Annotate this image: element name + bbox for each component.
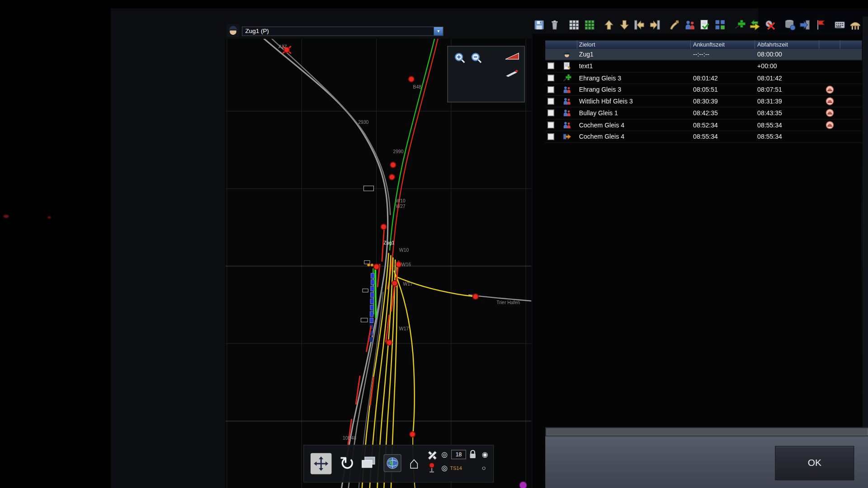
lock-icon[interactable]	[469, 449, 476, 459]
header-zielort: Zielort	[577, 40, 691, 48]
row-checkbox[interactable]	[547, 75, 554, 81]
map-label: A2Z	[278, 44, 288, 49]
zoom-level-field[interactable]: 18	[451, 450, 466, 460]
map-label: Zug1	[384, 240, 395, 245]
table-row[interactable]: Ehrang Gleis 308:01:4208:01:42	[545, 72, 862, 84]
vertical-scrollbar[interactable]	[862, 17, 868, 427]
passengers-icon	[557, 108, 578, 119]
table-row[interactable]: Wittlich Hbf Gleis 308:30:3908:31:39	[545, 96, 862, 108]
jump-to-icon[interactable]	[799, 18, 811, 31]
record-dot-icon[interactable]: ◎	[439, 450, 449, 460]
zoom-in-icon[interactable]	[453, 52, 467, 67]
zoom-out-icon[interactable]	[470, 52, 483, 67]
stop-indicator-empty	[819, 61, 840, 72]
row-spacer	[840, 49, 862, 60]
record-dot-icon[interactable]: ◎	[439, 463, 449, 473]
train-selector-value: Zug1 (P)	[242, 27, 433, 35]
signal-icon[interactable]	[427, 462, 437, 473]
row-zielort: Zug1	[577, 49, 691, 60]
map-label: W10	[396, 198, 406, 203]
validate-icon[interactable]	[698, 18, 711, 31]
sweep-icon[interactable]	[668, 18, 680, 31]
table-view-icon[interactable]	[583, 18, 595, 31]
row-spacer	[840, 72, 862, 84]
row-checkbox[interactable]	[547, 86, 554, 93]
stop-indicator-icon	[819, 108, 840, 119]
railway-crossing-icon[interactable]	[427, 450, 438, 461]
screen: Zug1 (P) ▼	[0, 0, 868, 488]
row-checkbox[interactable]	[547, 98, 554, 105]
row-checkbox[interactable]	[547, 110, 554, 117]
horizontal-scrollbar[interactable]	[545, 427, 868, 436]
table-row[interactable]: Ehrang Gleis 308:05:5108:07:51	[545, 84, 862, 96]
row-abfahrtszeit: 08:43:35	[755, 108, 819, 119]
map-label: 10B48	[343, 436, 356, 441]
table-row[interactable]: Bullay Gleis 108:42:3508:43:35	[545, 108, 862, 119]
keypad-icon[interactable]	[834, 18, 846, 31]
row-ankunftszeit: 08:52:34	[691, 119, 755, 131]
flag-icon[interactable]	[814, 18, 826, 31]
map-canvas[interactable]: A2ZB4829302990W10W27Zug1W10W16W17W17Trie…	[225, 39, 531, 488]
pan-icon[interactable]	[311, 453, 332, 474]
insert-after-icon[interactable]	[648, 18, 660, 31]
insert-before-icon[interactable]	[633, 18, 646, 31]
map-label: W17	[399, 326, 409, 331]
row-zielort: Cochem Gleis 4	[577, 131, 691, 142]
save-icon[interactable]	[533, 18, 545, 31]
header-abfahrtszeit: Abfahrtszeit	[755, 40, 819, 48]
row-checkbox-cell	[545, 72, 556, 84]
dialog-footer: OK	[545, 436, 868, 488]
station-icon[interactable]	[849, 18, 861, 31]
pattern-icon[interactable]	[714, 18, 726, 31]
remove-stop-icon[interactable]	[764, 18, 776, 31]
row-abfahrtszeit: +00:00	[755, 61, 819, 72]
cascade-windows-icon[interactable]	[360, 455, 377, 470]
move-up-icon[interactable]	[603, 18, 615, 31]
ok-button[interactable]: OK	[775, 446, 854, 480]
header-end	[840, 40, 862, 48]
globe-icon[interactable]	[384, 454, 401, 472]
chevron-down-icon[interactable]: ▼	[434, 27, 443, 35]
map-label: Trier Hafen	[496, 300, 520, 305]
background-artifact	[47, 216, 51, 219]
row-spacer	[840, 108, 862, 119]
circle-dot-icon[interactable]: ○	[479, 463, 489, 473]
add-stop-icon[interactable]	[733, 18, 745, 31]
map-tools-box	[447, 46, 524, 103]
row-abfahrtszeit: 08:31:39	[755, 96, 819, 107]
database-icon[interactable]	[783, 18, 796, 31]
fisheye-dot-icon[interactable]: ◉	[480, 450, 490, 460]
row-checkbox[interactable]	[547, 133, 554, 140]
home-icon[interactable]: ⌂	[405, 451, 424, 475]
row-zielort: Ehrang Gleis 3	[577, 84, 691, 95]
passengers-icon[interactable]	[684, 18, 696, 31]
textdoc-icon	[557, 61, 578, 72]
grid-view-icon[interactable]	[568, 18, 580, 31]
signal-dots	[284, 47, 478, 437]
row-ankunftszeit: 08:30:39	[691, 96, 755, 107]
train-selector[interactable]: Zug1 (P) ▼	[242, 27, 443, 36]
row-checkbox[interactable]	[547, 63, 554, 70]
stop-indicator-empty	[819, 72, 840, 84]
train-driver-icon	[226, 24, 240, 37]
row-checkbox-cell	[545, 119, 556, 131]
table-row[interactable]: text1+00:00	[545, 61, 862, 72]
table-row[interactable]: Cochem Gleis 408:55:3408:55:34	[545, 131, 862, 143]
passengers-icon	[557, 84, 578, 95]
row-ankunftszeit: 08:42:35	[691, 108, 755, 119]
row-checkbox-cell	[545, 108, 556, 119]
table-row[interactable]: Zug1--:--:--08:00:00	[545, 49, 862, 61]
row-spacer	[840, 61, 862, 72]
table-header: Zielort Ankunftszeit Abfahrtszeit	[545, 40, 862, 49]
move-down-icon[interactable]	[618, 18, 630, 31]
gradient-pen-icon[interactable]	[505, 69, 519, 80]
row-abfahrtszeit: 08:55:34	[755, 119, 819, 131]
gradient-wedge-icon[interactable]	[505, 52, 519, 63]
delete-icon[interactable]	[548, 18, 561, 31]
row-abfahrtszeit: 08:01:42	[755, 72, 819, 84]
table-row[interactable]: Cochem Gleis 408:52:3408:55:34	[545, 119, 862, 131]
row-checkbox[interactable]	[547, 122, 554, 128]
route-arrows-icon[interactable]	[749, 18, 761, 31]
scrollbar-thumb[interactable]	[547, 428, 868, 436]
rotate-icon[interactable]: ↻	[335, 450, 359, 477]
